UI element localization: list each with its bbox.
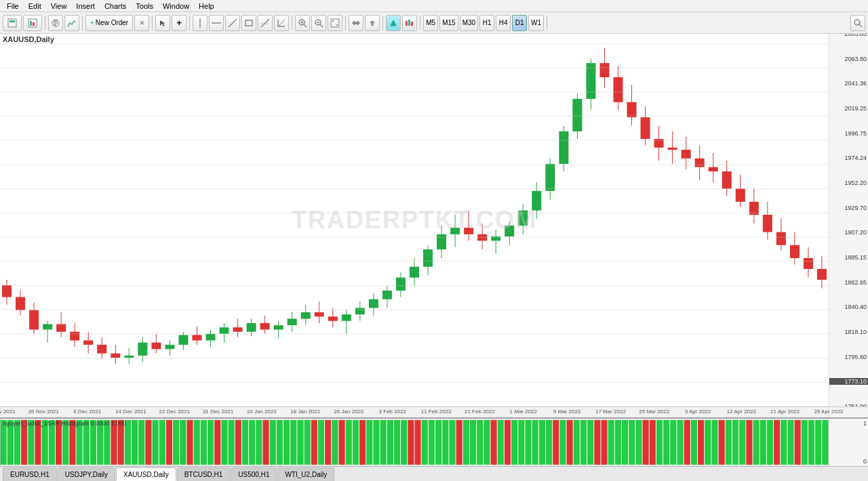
indicator-scale-max: 1 bbox=[863, 420, 867, 427]
chart-canvas-area[interactable]: XAUUSD,Daily TRADERPTKT.COM bbox=[0, 34, 829, 406]
toolbar-zoom-in-btn[interactable] bbox=[295, 15, 310, 31]
toolbar-green-btn[interactable] bbox=[386, 15, 401, 31]
menu-edit[interactable]: Edit bbox=[24, 1, 45, 11]
svg-rect-6 bbox=[54, 20, 58, 22]
menu-file[interactable]: File bbox=[3, 1, 23, 11]
toolbar-scroll-btn[interactable] bbox=[349, 15, 363, 31]
toolbar-properties-btn[interactable] bbox=[48, 15, 63, 31]
menu-view[interactable]: View bbox=[47, 1, 71, 11]
tab-wti_u2daily[interactable]: WTI_U2,Daily bbox=[277, 467, 334, 481]
price-label-2: 2041.36 bbox=[844, 80, 867, 87]
toolbar-d1-btn[interactable]: D1 bbox=[512, 15, 527, 31]
time-axis-labels: 18 Nov 202126 Nov 20216 Dec 202114 Dec 2… bbox=[0, 407, 829, 417]
toolbar-h4-btn[interactable]: H4 bbox=[496, 15, 511, 31]
toolbar-sep-5 bbox=[292, 16, 292, 30]
toolbar-indicator-btn[interactable] bbox=[64, 15, 79, 31]
svg-rect-8 bbox=[54, 24, 56, 26]
toolbar-fit-btn[interactable] bbox=[328, 15, 342, 31]
toolbar-crosshair-btn[interactable]: + bbox=[172, 15, 186, 31]
time-label-9: 3 Feb 2022 bbox=[379, 409, 406, 415]
svg-rect-12 bbox=[245, 20, 252, 26]
price-label-6: 1952.20 bbox=[844, 180, 867, 186]
toolbar-rect-btn[interactable] bbox=[241, 15, 256, 31]
toolbar-fib-btn[interactable] bbox=[258, 15, 273, 31]
svg-line-19 bbox=[304, 24, 307, 27]
time-label-8: 26 Jan 2022 bbox=[334, 409, 363, 415]
tab-btcusdh1[interactable]: BTCUSD,H1 bbox=[177, 467, 231, 481]
indicator-canvas-area[interactable]: nguyen_luduc_15AR Histogram 0.0000 1,000 bbox=[0, 419, 829, 466]
time-label-19: 29 Apr 2022 bbox=[814, 409, 843, 415]
tabbar: EURUSD,H1USDJPY,DailyXAUUSD,DailyBTCUSD,… bbox=[0, 466, 868, 481]
price-scale: 2085.852063.802041.362019.251996.751974.… bbox=[829, 34, 868, 406]
toolbar-sep-7 bbox=[382, 16, 383, 30]
toolbar-w1-btn[interactable]: W1 bbox=[528, 15, 544, 31]
toolbar-zoom-out-btn[interactable] bbox=[311, 15, 326, 31]
toolbar-angle-btn[interactable] bbox=[274, 15, 289, 31]
toolbar-sep-1 bbox=[45, 16, 45, 30]
indicator-scale-min: 0 bbox=[863, 458, 867, 465]
toolbar-sep-6 bbox=[345, 16, 346, 30]
menu-help[interactable]: Help bbox=[195, 1, 218, 11]
menu-window[interactable]: Window bbox=[159, 1, 193, 11]
tab-xauusddaily[interactable]: XAUUSD,Daily bbox=[116, 467, 176, 481]
toolbar-m5-btn[interactable]: M5 bbox=[423, 15, 438, 31]
price-label-8: 1907.20 bbox=[844, 229, 867, 236]
time-label-2: 6 Dec 2021 bbox=[73, 409, 101, 415]
svg-line-23 bbox=[320, 24, 323, 27]
price-label-highlighted: 1773.10 bbox=[829, 378, 868, 385]
toolbar-h1-btn[interactable]: H1 bbox=[479, 15, 494, 31]
svg-rect-7 bbox=[54, 22, 58, 24]
toolbar-sep-3 bbox=[152, 16, 153, 30]
crosshair-icon: + bbox=[176, 18, 182, 28]
price-label-0: 2085.85 bbox=[844, 34, 867, 37]
price-label-13: 1795.60 bbox=[844, 354, 867, 360]
toolbar-trendline-btn[interactable] bbox=[225, 15, 240, 31]
price-label-1: 2063.80 bbox=[844, 56, 867, 62]
toolbar: + New Order × + bbox=[0, 12, 868, 34]
toolbar-cursor-btn[interactable] bbox=[155, 15, 170, 31]
svg-rect-28 bbox=[411, 22, 413, 26]
svg-rect-25 bbox=[331, 19, 339, 27]
svg-rect-26 bbox=[406, 21, 408, 26]
toolbar-profile-btn[interactable] bbox=[3, 15, 22, 31]
toolbar-hline-btn[interactable] bbox=[209, 15, 224, 31]
price-label-4: 1996.75 bbox=[844, 130, 867, 137]
price-chart-canvas[interactable] bbox=[0, 34, 829, 406]
toolbar-vline-btn[interactable] bbox=[193, 15, 208, 31]
svg-line-13 bbox=[261, 19, 269, 27]
svg-line-17 bbox=[278, 20, 285, 26]
price-label-3: 2019.25 bbox=[844, 105, 867, 112]
toolbar-m15-btn[interactable]: M15 bbox=[439, 15, 458, 31]
toolbar-autoscroll-btn[interactable] bbox=[365, 15, 380, 31]
svg-rect-4 bbox=[33, 22, 35, 26]
indicator-panel[interactable]: nguyen_luduc_15AR Histogram 0.0000 1,000… bbox=[0, 417, 868, 466]
price-label-12: 1818.10 bbox=[844, 329, 867, 335]
price-label-9: 1885.15 bbox=[844, 254, 867, 261]
chart-label: XAUUSD,Daily bbox=[3, 35, 54, 43]
time-label-11: 21 Feb 2022 bbox=[465, 409, 495, 415]
toolbar-close-order-btn[interactable]: × bbox=[134, 15, 149, 31]
chart-container: XAUUSD,Daily TRADERPTKT.COM 2085.852063.… bbox=[0, 34, 868, 466]
svg-point-29 bbox=[854, 20, 860, 25]
toolbar-m30-btn[interactable]: M30 bbox=[460, 15, 478, 31]
time-label-17: 12 Apr 2022 bbox=[727, 409, 756, 415]
tab-eurusdh1[interactable]: EURUSD,H1 bbox=[3, 467, 57, 481]
time-label-0: 18 Nov 2021 bbox=[0, 409, 16, 415]
price-chart[interactable]: XAUUSD,Daily TRADERPTKT.COM 2085.852063.… bbox=[0, 34, 868, 406]
toolbar-chart-type-btn[interactable] bbox=[402, 15, 417, 31]
indicator-scale: 1 0 bbox=[829, 419, 868, 466]
time-label-4: 22 Dec 2021 bbox=[159, 409, 190, 415]
toolbar-sep-2 bbox=[82, 16, 83, 30]
toolbar-search-btn[interactable] bbox=[850, 15, 865, 31]
menubar: File Edit View Insert Charts Tools Windo… bbox=[0, 0, 868, 12]
menu-insert[interactable]: Insert bbox=[72, 1, 99, 11]
tab-us500h1[interactable]: US500,H1 bbox=[231, 467, 277, 481]
toolbar-chart-btn[interactable] bbox=[23, 15, 42, 31]
menu-tools[interactable]: Tools bbox=[132, 1, 157, 11]
svg-line-30 bbox=[859, 24, 862, 27]
svg-rect-3 bbox=[30, 21, 32, 26]
time-label-6: 10 Jan 2022 bbox=[247, 409, 277, 415]
menu-charts[interactable]: Charts bbox=[100, 1, 130, 11]
toolbar-new-order-btn[interactable]: + New Order bbox=[85, 15, 133, 31]
tab-usdjpydaily[interactable]: USDJPY,Daily bbox=[58, 467, 115, 481]
